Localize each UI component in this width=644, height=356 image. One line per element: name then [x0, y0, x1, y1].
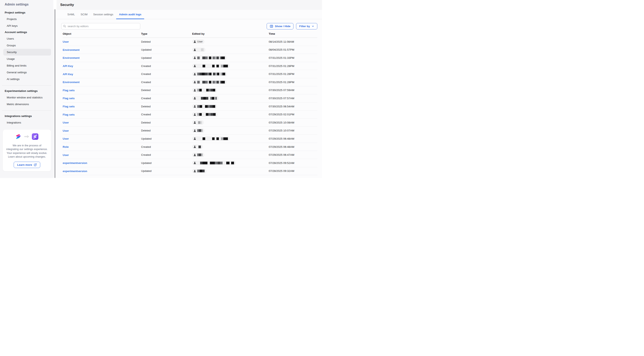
redaction-block	[215, 97, 217, 100]
object-cell: experimentversion	[63, 169, 141, 173]
table-row[interactable]: Flag setsDeleted07/30/2025 06:54AM	[63, 102, 317, 111]
sidebar-item-ai-settings[interactable]: AI settings	[3, 76, 51, 82]
page-title: Security	[60, 3, 74, 7]
object-link[interactable]: Environment	[63, 56, 80, 60]
table-row[interactable]: Flag setsDeleted07/30/2025 07:59AM	[63, 86, 317, 94]
filter-by-button[interactable]: Filter by	[296, 23, 317, 30]
object-link[interactable]: Flag sets	[63, 89, 75, 92]
show-hide-columns-button[interactable]: Show / Hide	[267, 23, 294, 30]
sidebar-item-usage[interactable]: Usage	[3, 56, 51, 62]
object-link[interactable]: Flag sets	[63, 97, 75, 100]
edited-by-cell	[192, 144, 269, 149]
table-row[interactable]: EnvironmentUpdated08/04/2025 01:57PM	[63, 46, 317, 54]
table-row[interactable]: Flag setsCreated07/30/2025 07:57AM	[63, 94, 317, 102]
redaction-block	[215, 162, 218, 164]
editor-name: User	[197, 40, 202, 43]
sidebar-item-integrations[interactable]: Integrations	[3, 119, 51, 126]
tab-saml[interactable]: SAML	[64, 10, 78, 19]
time-cell: 07/30/2025 07:57AM	[269, 97, 317, 100]
sidebar-item-billing-and-limits[interactable]: Billing and limits	[3, 62, 51, 69]
table-row[interactable]: EnvironmentUpdated07/31/2025 01:33PM	[63, 54, 317, 62]
sidebar-item-monitor-window-and-statistics[interactable]: Monitor window and statistics	[3, 94, 51, 101]
sidebar-item-groups[interactable]: Groups	[3, 42, 51, 49]
table-row[interactable]: API KeyCreated07/31/2025 01:28PM	[63, 70, 317, 78]
type-cell: Created	[141, 72, 192, 76]
table-row[interactable]: EnvironmentCreated07/31/2025 01:28PM	[63, 78, 317, 86]
edited-by-cell	[192, 56, 269, 60]
redacted-editor-name	[197, 73, 225, 75]
redacted-editor-name	[197, 81, 225, 84]
migration-promo-card: We are in the process of integrating our…	[3, 130, 51, 171]
redaction-block	[212, 56, 215, 59]
sidebar-item-api-keys[interactable]: API keys	[3, 22, 51, 29]
object-link[interactable]: Environment	[63, 48, 80, 52]
redacted-editor-name	[197, 146, 201, 148]
object-link[interactable]: Role	[63, 145, 68, 148]
column-header-type: Type	[141, 32, 192, 35]
object-link[interactable]: experimentversion	[63, 170, 87, 173]
person-icon	[193, 64, 196, 67]
object-link[interactable]: API Key	[63, 73, 73, 76]
redaction-block	[197, 73, 200, 75]
person-icon	[193, 48, 196, 51]
object-link[interactable]: experimentversion	[63, 162, 87, 164]
search-input[interactable]	[61, 23, 140, 30]
tab-admin-audit-logs[interactable]: Admin audit logs	[116, 10, 144, 19]
tab-session-settings[interactable]: Session settings	[90, 10, 116, 19]
table-row[interactable]: Flag setsCreated07/29/2025 02:01PM	[63, 110, 317, 118]
sidebar-item-users[interactable]: Users	[3, 35, 51, 42]
object-link[interactable]: User	[63, 137, 69, 140]
person-icon	[193, 56, 196, 59]
edited-by-cell	[192, 64, 269, 68]
redaction-block	[200, 121, 202, 124]
object-link[interactable]: Flag sets	[63, 113, 75, 116]
table-row[interactable]: UserUpdated07/29/2025 06:48AM	[63, 135, 317, 143]
table-row[interactable]: UserDeletedUser08/14/2025 11:08AM	[63, 38, 317, 46]
sidebar-item-general-settings[interactable]: General settings	[3, 69, 51, 76]
table-row[interactable]: RoleCreated07/29/2025 06:48AM	[63, 143, 317, 151]
editor-badge	[192, 161, 236, 165]
object-link[interactable]: User	[63, 129, 69, 132]
object-link[interactable]: Flag sets	[63, 105, 75, 108]
redaction-block	[201, 129, 202, 132]
object-cell: User	[63, 153, 141, 157]
table-row[interactable]: API KeyCreated07/31/2025 01:28PM	[63, 62, 317, 70]
edited-by-cell	[192, 169, 269, 173]
redacted-editor-name	[197, 113, 216, 116]
object-link[interactable]: API Key	[63, 64, 73, 68]
table-row[interactable]: UserDeleted07/29/2025 10:08AM	[63, 118, 317, 127]
split-logo-icon	[15, 133, 22, 141]
table-row[interactable]: UserCreated07/29/2025 06:47AM	[63, 151, 317, 159]
sidebar-scrollbar-thumb[interactable]	[54, 9, 56, 178]
redacted-editor-name	[197, 48, 204, 51]
redacted-editor-name	[197, 170, 204, 172]
person-icon	[193, 145, 196, 148]
time-cell: 07/29/2025 10:07AM	[269, 129, 317, 132]
sidebar-item-security[interactable]: Security	[3, 49, 51, 56]
sidebar-item-metric-dimensions[interactable]: Metric dimensions	[3, 101, 51, 108]
redaction-block	[220, 162, 222, 164]
type-cell: Created	[141, 153, 192, 156]
time-cell: 07/31/2025 01:28PM	[269, 72, 317, 76]
object-cell: User	[63, 121, 141, 124]
object-link[interactable]: User	[63, 121, 69, 124]
table-row[interactable]: experimentversionUpdated07/28/2025 09:52…	[63, 159, 317, 167]
table-row[interactable]: UserDeleted07/29/2025 10:07AM	[63, 127, 317, 135]
tab-scim[interactable]: SCIM	[78, 10, 90, 19]
redacted-editor-name	[197, 121, 202, 124]
edited-by-cell	[192, 96, 269, 100]
redaction-block	[217, 56, 219, 59]
app-logo-icon	[32, 133, 38, 141]
editor-badge: User	[192, 40, 204, 44]
sidebar-item-projects[interactable]: Projects	[3, 16, 51, 22]
learn-more-button[interactable]: Learn more	[14, 162, 40, 168]
object-link[interactable]: Environment	[63, 81, 80, 84]
redaction-block	[216, 138, 219, 140]
object-link[interactable]: User	[63, 40, 69, 43]
object-link[interactable]: User	[63, 154, 69, 156]
redaction-block	[206, 97, 208, 100]
redaction-block	[208, 97, 210, 100]
table-row[interactable]: experimentversionUpdated07/28/2025 09:32…	[63, 167, 317, 175]
redaction-block	[198, 146, 201, 148]
redaction-block	[197, 154, 199, 156]
